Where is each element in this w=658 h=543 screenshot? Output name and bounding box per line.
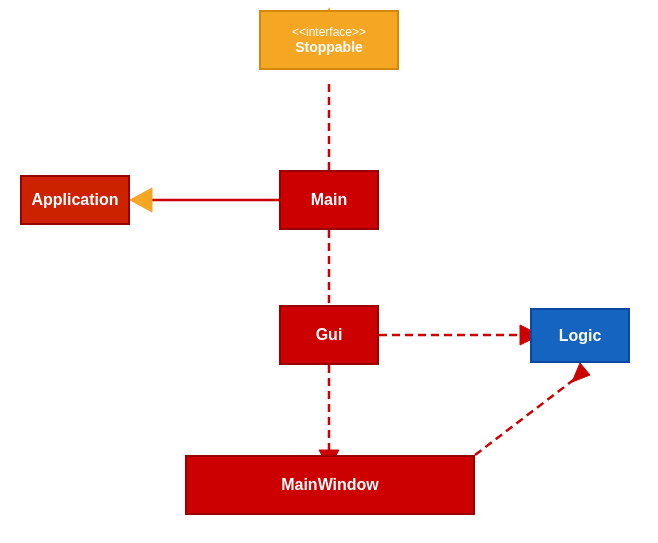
gui-node: Gui [279, 305, 379, 365]
mainwindow-label: MainWindow [281, 476, 379, 494]
main-node: Main [279, 170, 379, 230]
mainwindow-to-logic-line [475, 375, 580, 455]
uml-diagram: <<interface>> Stoppable Main Application… [0, 0, 658, 543]
stoppable-node: <<interface>> Stoppable [259, 10, 399, 70]
main-label: Main [311, 191, 347, 209]
dependency-arrow-up1 [572, 363, 590, 382]
gui-label: Gui [316, 326, 343, 344]
logic-label: Logic [559, 327, 602, 345]
stoppable-stereotype: <<interface>> [292, 25, 366, 39]
mainwindow-node: MainWindow [185, 455, 475, 515]
application-node: Application [20, 175, 130, 225]
logic-node: Logic [530, 308, 630, 363]
application-label: Application [31, 191, 118, 209]
association-arrowhead-left [130, 188, 152, 212]
stoppable-label: Stoppable [295, 39, 363, 55]
